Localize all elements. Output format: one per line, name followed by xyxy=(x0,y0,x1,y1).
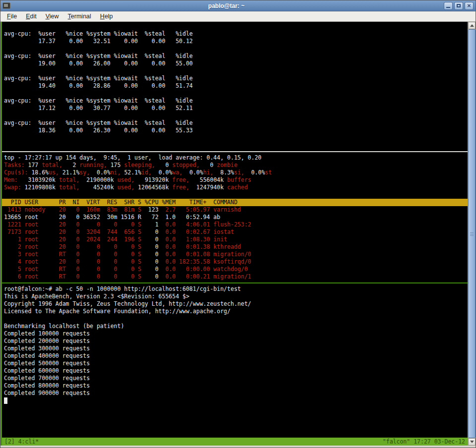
menubar: FileEditViewTerminalHelp xyxy=(0,11,476,22)
terminal-line: 1413 nobody 20 0 160m 83m 81m S 123 2.7 … xyxy=(4,206,468,214)
terminal-line: avg-cpu: %user %nice %system %iowait %st… xyxy=(4,30,468,38)
terminal-area: avg-cpu: %user %nice %system %iowait %st… xyxy=(0,22,476,446)
terminal-line: avg-cpu: %user %nice %system %iowait %st… xyxy=(4,97,468,105)
terminal-line xyxy=(4,315,468,323)
terminal-line: 13665 root 20 0 36352 30m 1516 R 72 1.0 … xyxy=(4,214,468,221)
terminal-line: 1 root 20 0 2024 244 196 S 0 0.0 1:08.30… xyxy=(4,236,468,243)
terminal-line: Completed 600000 requests xyxy=(4,367,468,375)
terminal-line: Swap: 12109808k total, 45240k used, 1206… xyxy=(4,184,468,191)
close-button[interactable]: ✕ xyxy=(465,2,474,10)
terminal-line: avg-cpu: %user %nice %system %iowait %st… xyxy=(4,53,468,60)
menu-item-view[interactable]: View xyxy=(41,12,63,21)
arrow-up-icon xyxy=(470,24,474,27)
terminal-line: Licensed to The Apache Software Foundati… xyxy=(4,308,468,315)
titlebar[interactable]: pablo@tar: ~ ✕ xyxy=(0,0,476,11)
process-table-header: PID USER PR NI VIRT RES SHR S %CPU %MEM … xyxy=(2,199,468,206)
terminal-line xyxy=(4,191,468,199)
terminal-line: Completed 300000 requests xyxy=(4,345,468,352)
terminal-line: 17.12 0.00 30.77 0.00 0.00 52.11 xyxy=(4,105,468,112)
terminal-line: root@falcon:~# ab -c 50 -n 1000000 http:… xyxy=(4,285,468,293)
window-bottom-border xyxy=(0,446,476,448)
terminal-line: This is ApacheBench, Version 2.3 <$Revis… xyxy=(4,293,468,300)
terminal-line xyxy=(4,112,468,119)
terminal-line: Completed 900000 requests xyxy=(4,390,468,397)
terminal-line: 1221 root 20 0 0 0 0 S 1 0.0 4:06.01 flu… xyxy=(4,221,468,228)
terminal-window: pablo@tar: ~ ✕ FileEditViewTerminalHelp … xyxy=(0,0,476,448)
scroll-up-button[interactable] xyxy=(468,22,476,29)
terminal-line: Completed 100000 requests xyxy=(4,330,468,337)
status-left-window-list: [2] 4:cli* xyxy=(4,438,39,446)
minimize-icon xyxy=(446,7,450,8)
split-divider-gray xyxy=(4,149,468,154)
terminal-line xyxy=(4,23,468,30)
maximize-icon xyxy=(457,4,461,7)
window-menu-icon[interactable] xyxy=(2,2,10,9)
terminal-line xyxy=(4,134,468,142)
terminal-line: 5 root RT 0 0 0 0 S 0 0.0 0:00.00 watchd… xyxy=(4,266,468,273)
terminal-line: Benchmarking localhost (be patient) xyxy=(4,323,468,330)
terminal-line: Completed 500000 requests xyxy=(4,360,468,367)
terminal-line xyxy=(4,45,468,53)
scrollbar-thumb[interactable] xyxy=(468,29,476,438)
terminal-line xyxy=(4,90,468,97)
terminal-line: 6 root RT 0 0 0 0 S 0 0.0 0:00.21 migrat… xyxy=(4,273,468,280)
terminal-line: Completed 400000 requests xyxy=(4,352,468,360)
close-icon: ✕ xyxy=(467,3,471,8)
menu-item-edit[interactable]: Edit xyxy=(21,12,41,21)
terminal-line: avg-cpu: %user %nice %system %iowait %st… xyxy=(4,75,468,82)
terminal-line xyxy=(4,142,468,149)
terminal-line: 17.37 0.00 32.51 0.00 0.00 50.12 xyxy=(4,38,468,45)
terminal-line: Cpu(s): 18.6%us, 21.1%sy, 0.0%ni, 52.1%i… xyxy=(4,169,468,176)
terminal-line xyxy=(4,67,468,75)
terminal-line: Mem: 3103920k total, 2190000k used, 9139… xyxy=(4,176,468,184)
terminal-line: top - 17:27:17 up 154 days, 9:45, 1 user… xyxy=(4,154,468,162)
terminal-line: 3 root RT 0 0 0 0 S 0 0.0 0:01.08 migrat… xyxy=(4,251,468,258)
split-divider-green xyxy=(4,280,468,285)
maximize-button[interactable] xyxy=(454,2,463,10)
terminal-line: 19.00 0.00 26.00 0.00 0.00 55.00 xyxy=(4,60,468,67)
menu-item-terminal[interactable]: Terminal xyxy=(63,12,96,21)
scroll-down-button[interactable] xyxy=(468,438,476,446)
arrow-down-icon xyxy=(470,441,474,443)
terminal-line: 4 root 20 0 0 0 0 S 0 0.0 182:35.58 ksof… xyxy=(4,258,468,266)
menu-item-help[interactable]: Help xyxy=(96,12,118,21)
terminal-line: 2 root 20 0 0 0 0 S 0 0.0 0:01.38 kthrea… xyxy=(4,243,468,251)
terminal-line: Tasks: 177 total, 2 running, 175 sleepin… xyxy=(4,162,468,169)
terminal-line: 18.36 0.00 26.30 0.00 0.00 55.33 xyxy=(4,127,468,134)
thumb-grip-icon xyxy=(470,234,474,234)
status-right-host-clock: "falcon" 17:27 03-Dec-12 xyxy=(383,438,465,446)
terminal-line: Completed 200000 requests xyxy=(4,337,468,345)
text-cursor xyxy=(4,397,7,404)
cursor-line xyxy=(4,397,468,404)
terminal-line: Copyright 1996 Adam Twiss, Zeus Technolo… xyxy=(4,300,468,308)
terminal-screen[interactable]: avg-cpu: %user %nice %system %iowait %st… xyxy=(0,22,468,446)
terminal-line: 19.40 0.00 28.86 0.00 0.00 51.74 xyxy=(4,82,468,90)
window-title: pablo@tar: ~ xyxy=(10,2,442,9)
terminal-line: Completed 800000 requests xyxy=(4,382,468,390)
screen-status-bar: [2] 4:cli* "falcon" 17:27 03-Dec-12 xyxy=(2,438,468,446)
terminal-line: 7173 root 20 0 3204 744 656 S 0 0.0 0:02… xyxy=(4,228,468,236)
terminal-line: avg-cpu: %user %nice %system %iowait %st… xyxy=(4,119,468,127)
terminal-line: Completed 700000 requests xyxy=(4,375,468,382)
menu-item-file[interactable]: File xyxy=(2,12,21,21)
scrollbar[interactable] xyxy=(468,22,476,446)
minimize-button[interactable] xyxy=(444,2,453,10)
